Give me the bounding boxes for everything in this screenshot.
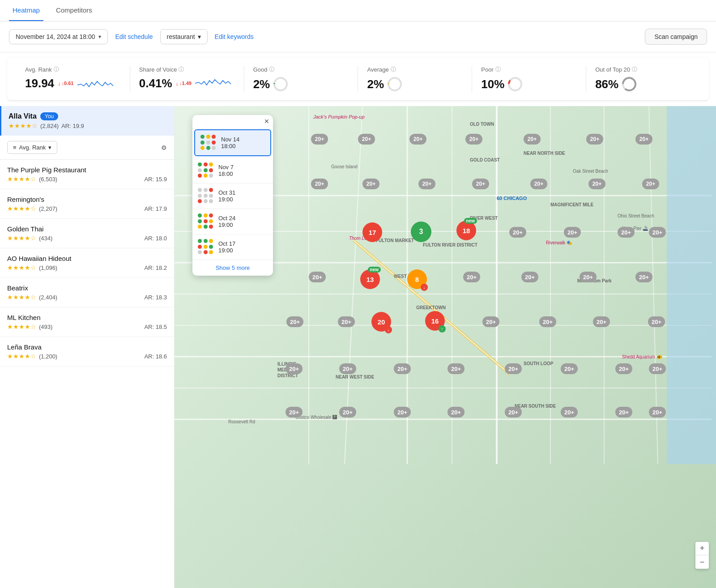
map-pin[interactable]: 20+ bbox=[561, 363, 578, 374]
tab-heatmap[interactable]: Heatmap bbox=[9, 0, 43, 21]
zoom-in-button[interactable]: + bbox=[695, 542, 709, 555]
keyword-selector[interactable]: restaurant ▾ bbox=[160, 29, 208, 44]
list-item[interactable]: Leña Brava ★★★★☆ (1,200) AR: 18.6 bbox=[0, 337, 174, 366]
map-pin[interactable]: 20+ bbox=[539, 316, 556, 327]
avg-rank-sparkline bbox=[77, 76, 113, 90]
map-pin[interactable]: 20+ bbox=[465, 134, 482, 145]
list-item[interactable]: Remington's ★★★★☆ (2,207) AR: 17.9 bbox=[0, 189, 174, 219]
map-pin[interactable]: 20+ bbox=[505, 363, 522, 374]
map-pin[interactable]: 20+ bbox=[339, 363, 356, 374]
map-pin[interactable]: 20+ bbox=[286, 316, 303, 327]
map-pin-16-container: 16 ↑ bbox=[425, 311, 445, 331]
stat-share-of-voice: Share of Voice ⓘ 0.41% ↓ ↓1.49 bbox=[130, 66, 244, 92]
competitor-ar: AR: 18.2 bbox=[144, 264, 167, 271]
stat-sov-value: 0.41% bbox=[139, 77, 172, 90]
tab-competitors[interactable]: Competitors bbox=[52, 0, 96, 21]
list-item[interactable]: Beatrix ★★★★☆ (2,404) AR: 18.3 bbox=[0, 278, 174, 307]
ar-value: 19.9 bbox=[73, 123, 84, 129]
map-pin[interactable]: 20+ bbox=[635, 134, 652, 145]
your-place-stars: ★★★★☆ bbox=[9, 122, 38, 129]
map-pin[interactable]: 20+ bbox=[649, 363, 666, 374]
list-item[interactable]: ML Kitchen ★★★★☆ (493) AR: 18.5 bbox=[0, 307, 174, 337]
map-pin-17[interactable]: 17 bbox=[362, 222, 382, 242]
map-pin[interactable]: 20+ bbox=[286, 363, 303, 374]
map-pin[interactable]: 20+ bbox=[521, 272, 538, 282]
timeline-item-4[interactable]: Oct 24 19:00 bbox=[192, 209, 273, 234]
map-pin[interactable]: 20+ bbox=[448, 407, 465, 418]
map-pin[interactable]: 20+ bbox=[311, 179, 328, 189]
date-label: November 14, 2024 at 18:00 bbox=[16, 33, 95, 40]
map-pin-13[interactable]: 13 new bbox=[360, 269, 380, 289]
map-pin[interactable]: 20+ bbox=[618, 227, 635, 238]
map-pin[interactable]: 20+ bbox=[524, 134, 541, 145]
info-icon[interactable]: ⓘ bbox=[632, 66, 637, 73]
map-pin[interactable]: 20+ bbox=[642, 179, 659, 189]
map-pin[interactable]: 20+ bbox=[586, 134, 603, 145]
map-pin[interactable]: 20+ bbox=[648, 316, 665, 327]
map-pin[interactable]: 20+ bbox=[530, 179, 547, 189]
gear-icon[interactable]: ⚙ bbox=[161, 144, 167, 151]
list-item[interactable]: The Purple Pig Restaurant ★★★★☆ (6,503) … bbox=[0, 160, 174, 189]
map-pin[interactable]: 20+ bbox=[309, 272, 326, 282]
list-item[interactable]: Golden Thai ★★★★☆ (434) AR: 18.0 bbox=[0, 219, 174, 248]
map-pin[interactable]: 20+ bbox=[311, 134, 328, 145]
map-pin[interactable]: 20+ bbox=[286, 407, 303, 418]
show-more-button[interactable]: Show 5 more bbox=[192, 260, 273, 276]
timeline-item-5[interactable]: Oct 17 19:00 bbox=[192, 234, 273, 260]
list-item[interactable]: AO Hawaiian Hideout ★★★★☆ (1,096) AR: 18… bbox=[0, 248, 174, 278]
map-pin[interactable]: 20+ bbox=[362, 179, 379, 189]
map-pin[interactable]: 20+ bbox=[339, 407, 356, 418]
map-pin[interactable]: 20+ bbox=[615, 407, 632, 418]
info-icon[interactable]: ⓘ bbox=[391, 66, 396, 73]
svg-point-2 bbox=[388, 78, 401, 90]
info-icon[interactable]: ⓘ bbox=[495, 66, 501, 73]
map-pin[interactable]: 20+ bbox=[418, 179, 435, 189]
average-donut bbox=[387, 76, 403, 92]
map-pin[interactable]: 20+ bbox=[561, 407, 578, 418]
map-pin-16[interactable]: 16 ↑ bbox=[425, 311, 445, 331]
map-pin[interactable]: 20+ bbox=[463, 272, 480, 282]
stat-poor-value: 10% bbox=[481, 77, 504, 91]
map-pin[interactable]: 20+ bbox=[394, 363, 411, 374]
zoom-out-button[interactable]: − bbox=[695, 555, 709, 569]
map-pin-3[interactable]: 3 bbox=[411, 222, 431, 242]
close-button[interactable]: ✕ bbox=[264, 118, 269, 125]
map-area[interactable]: Jack's Pumpkin Pop-up OLD TOWN GOLD COAS… bbox=[175, 106, 716, 588]
info-icon[interactable]: ⓘ bbox=[179, 66, 184, 73]
map-pin[interactable]: 20+ bbox=[482, 316, 499, 327]
stat-good: Good ⓘ 2% bbox=[244, 66, 358, 92]
timeline-item-3[interactable]: Oct 31 19:00 bbox=[192, 183, 273, 209]
map-pin[interactable]: 20+ bbox=[580, 272, 597, 282]
map-pin[interactable]: 20+ bbox=[593, 316, 610, 327]
map-pin[interactable]: 20+ bbox=[649, 407, 666, 418]
info-icon[interactable]: ⓘ bbox=[269, 66, 274, 73]
timeline-item-1[interactable]: Nov 14 18:00 bbox=[194, 129, 271, 156]
map-pin-18[interactable]: 18 new bbox=[456, 221, 476, 240]
map-pin[interactable]: 20+ bbox=[394, 407, 411, 418]
map-pin[interactable]: 20+ bbox=[409, 134, 426, 145]
your-place-item[interactable]: Alla Vita You ★★★★☆ (2,824) AR: 19.9 bbox=[0, 106, 174, 136]
map-pin-8[interactable]: 8 ↓ bbox=[407, 269, 427, 289]
competitor-name: AO Hawaiian Hideout bbox=[7, 255, 167, 262]
date-selector[interactable]: November 14, 2024 at 18:00 ▾ bbox=[9, 29, 108, 44]
map-pin[interactable]: 20+ bbox=[635, 272, 652, 282]
map-pin[interactable]: 20+ bbox=[649, 227, 666, 238]
edit-keywords-link[interactable]: Edit keywords bbox=[215, 33, 254, 40]
map-pin[interactable]: 20+ bbox=[358, 134, 375, 145]
map-pin[interactable]: 20+ bbox=[505, 407, 522, 418]
edit-schedule-link[interactable]: Edit schedule bbox=[115, 33, 153, 40]
map-pin[interactable]: 20+ bbox=[509, 227, 526, 238]
map-pin[interactable]: 20+ bbox=[588, 179, 605, 189]
rank-selector-dropdown[interactable]: ≡ Avg. Rank ▾ bbox=[7, 141, 57, 154]
timeline-item-2[interactable]: Nov 7 18:00 bbox=[192, 158, 273, 183]
map-pin[interactable]: 20+ bbox=[472, 179, 489, 189]
timeline-dots-2 bbox=[198, 162, 214, 179]
map-pin[interactable]: 20+ bbox=[564, 227, 581, 238]
scan-campaign-button[interactable]: Scan campaign bbox=[645, 29, 707, 45]
map-pin-20[interactable]: 20 ↓ bbox=[371, 312, 391, 332]
competitor-ar: AR: 18.3 bbox=[144, 294, 167, 301]
map-pin[interactable]: 20+ bbox=[338, 316, 355, 327]
info-icon[interactable]: ⓘ bbox=[54, 66, 59, 73]
map-pin[interactable]: 20+ bbox=[448, 363, 465, 374]
map-pin[interactable]: 20+ bbox=[615, 363, 632, 374]
